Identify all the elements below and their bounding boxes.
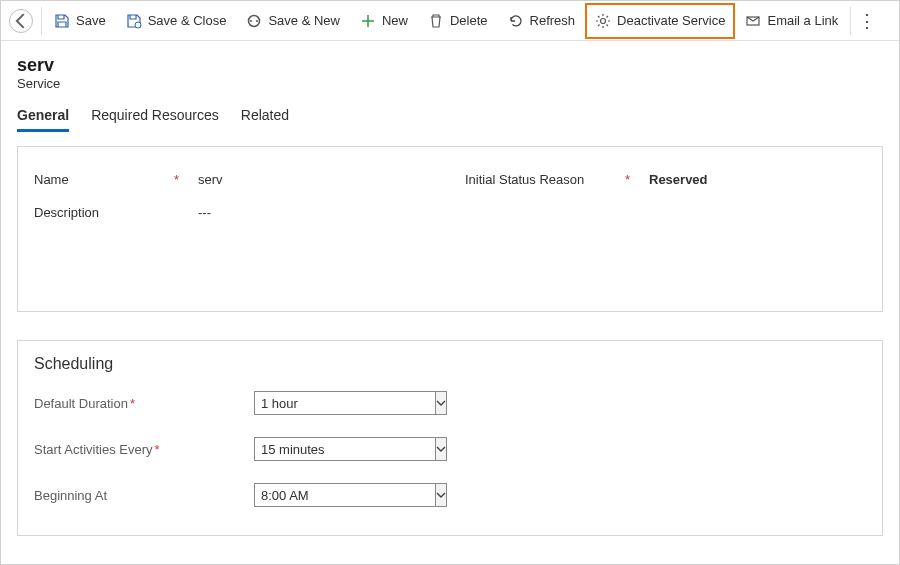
save-icon (54, 13, 70, 29)
entity-type: Service (17, 76, 883, 91)
email-link-label: Email a Link (767, 13, 838, 28)
refresh-button[interactable]: Refresh (498, 3, 586, 39)
refresh-label: Refresh (530, 13, 576, 28)
name-label: Name (34, 172, 164, 187)
start-activities-dropdown[interactable] (254, 437, 444, 461)
svg-point-0 (135, 22, 141, 28)
general-section: Name * serv Initial Status Reason * Rese… (17, 146, 883, 312)
svg-point-2 (250, 20, 252, 22)
default-duration-row: Default Duration * (34, 391, 866, 415)
divider (41, 7, 42, 35)
save-close-label: Save & Close (148, 13, 227, 28)
default-duration-input[interactable] (254, 391, 435, 415)
scheduling-section: Scheduling Default Duration * Start Acti… (17, 340, 883, 536)
new-label: New (382, 13, 408, 28)
tabs: General Required Resources Related (1, 97, 899, 132)
start-activities-label-text: Start Activities Every (34, 442, 152, 457)
vertical-dots-icon: ⋮ (858, 10, 876, 32)
page-title: serv (17, 55, 883, 76)
svg-point-4 (601, 18, 606, 23)
back-button[interactable] (9, 9, 33, 33)
plus-icon (360, 13, 376, 29)
divider (850, 7, 851, 35)
save-close-button[interactable]: Save & Close (116, 3, 237, 39)
save-new-icon (246, 13, 262, 29)
tab-required-resources[interactable]: Required Resources (91, 107, 219, 132)
beginning-at-label-text: Beginning At (34, 488, 107, 503)
more-commands-button[interactable]: ⋮ (853, 10, 881, 32)
save-new-button[interactable]: Save & New (236, 3, 350, 39)
beginning-at-input[interactable] (254, 483, 435, 507)
required-mark: * (154, 442, 159, 457)
new-button[interactable]: New (350, 3, 418, 39)
required-mark: * (174, 172, 188, 187)
required-mark: * (625, 172, 639, 187)
description-label: Description (34, 205, 164, 220)
mail-icon (745, 13, 761, 29)
name-value[interactable]: serv (198, 172, 223, 187)
start-activities-row: Start Activities Every * (34, 437, 866, 461)
required-mark: * (130, 396, 135, 411)
save-button[interactable]: Save (44, 3, 116, 39)
save-label: Save (76, 13, 106, 28)
svg-point-3 (256, 20, 258, 22)
chevron-down-icon[interactable] (435, 483, 447, 507)
description-field-row: Description --- (34, 197, 866, 297)
status-label: Initial Status Reason (465, 172, 615, 187)
description-value[interactable]: --- (198, 205, 211, 220)
beginning-at-label: Beginning At (34, 488, 254, 503)
delete-label: Delete (450, 13, 488, 28)
command-bar: Save Save & Close Save & New New Delete … (1, 1, 899, 41)
tab-related[interactable]: Related (241, 107, 289, 132)
default-duration-label-text: Default Duration (34, 396, 128, 411)
chevron-down-icon[interactable] (435, 437, 447, 461)
status-value[interactable]: Reserved (649, 172, 708, 187)
gear-icon (595, 13, 611, 29)
beginning-at-dropdown[interactable] (254, 483, 444, 507)
status-field-row: Initial Status Reason * Reserved (465, 161, 866, 197)
default-duration-dropdown[interactable] (254, 391, 444, 415)
tab-general[interactable]: General (17, 107, 69, 132)
page-header: serv Service (1, 41, 899, 97)
chevron-left-icon (10, 10, 32, 32)
email-link-button[interactable]: Email a Link (735, 3, 848, 39)
save-close-icon (126, 13, 142, 29)
save-new-label: Save & New (268, 13, 340, 28)
start-activities-label: Start Activities Every * (34, 442, 254, 457)
deactivate-label: Deactivate Service (617, 13, 725, 28)
trash-icon (428, 13, 444, 29)
beginning-at-row: Beginning At (34, 483, 866, 507)
refresh-icon (508, 13, 524, 29)
name-field-row: Name * serv (34, 161, 435, 197)
default-duration-label: Default Duration * (34, 396, 254, 411)
delete-button[interactable]: Delete (418, 3, 498, 39)
chevron-down-icon[interactable] (435, 391, 447, 415)
start-activities-input[interactable] (254, 437, 435, 461)
scheduling-title: Scheduling (34, 355, 866, 373)
deactivate-service-button[interactable]: Deactivate Service (585, 3, 735, 39)
